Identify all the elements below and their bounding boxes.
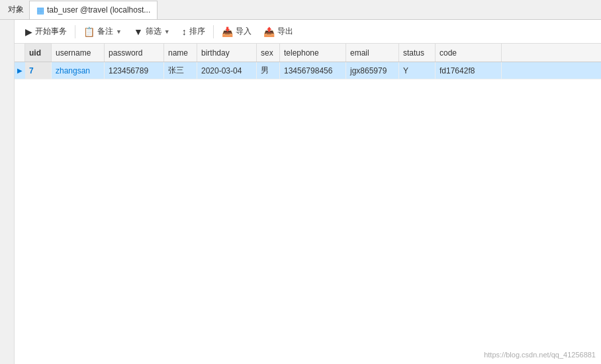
content-area: ▶ 开始事务 📋 备注 ▼ ▼ 筛选 ▼ ↕ 排序 📥 导入 (15, 20, 601, 364)
import-icon: 📥 (222, 26, 233, 37)
cell-uid: 7 (25, 62, 52, 79)
filter-icon: ▼ (134, 26, 143, 37)
left-label-text: 对象 (8, 4, 24, 15)
comment-label: 备注 (97, 26, 113, 37)
col-header-birthday: birthday (197, 44, 257, 62)
start-transaction-button[interactable]: ▶ 开始事务 (20, 23, 72, 41)
col-header-telephone: telephone (280, 44, 346, 62)
main-content: ▶ 开始事务 📋 备注 ▼ ▼ 筛选 ▼ ↕ 排序 📥 导入 (0, 20, 601, 364)
toolbar: ▶ 开始事务 📋 备注 ▼ ▼ 筛选 ▼ ↕ 排序 📥 导入 (15, 20, 601, 44)
import-label: 导入 (236, 26, 252, 37)
start-transaction-icon: ▶ (25, 26, 32, 37)
col-header-username: username (52, 44, 105, 62)
filter-dropdown-icon: ▼ (164, 28, 170, 35)
col-header-sex: sex (257, 44, 280, 62)
cell-sex: 男 (257, 62, 280, 79)
sort-icon: ↕ (182, 26, 187, 37)
col-header-email: email (346, 44, 399, 62)
cell-telephone: 13456798456 (280, 62, 346, 79)
title-bar: 对象 ▦ tab_user @travel (localhost... (0, 0, 601, 20)
left-label: 对象 (3, 4, 29, 15)
table-icon: ▦ (36, 5, 44, 15)
table-container: uid username password name birthday sex … (15, 44, 601, 364)
cell-status: Y (399, 62, 436, 79)
tab-label: tab_user @travel (localhost... (47, 5, 150, 15)
filter-button[interactable]: ▼ 筛选 ▼ (128, 23, 175, 41)
comment-button[interactable]: 📋 备注 ▼ (78, 23, 127, 41)
table-body: 7 zhangsan 123456789 张三 2020-03-04 男 134… (15, 62, 601, 79)
col-header-password: password (105, 44, 164, 62)
cell-birthday: 2020-03-04 (197, 62, 257, 79)
table-row[interactable]: 7 zhangsan 123456789 张三 2020-03-04 男 134… (15, 62, 601, 79)
start-transaction-label: 开始事务 (35, 26, 67, 37)
import-button[interactable]: 📥 导入 (216, 23, 257, 41)
col-header-code: code (436, 44, 502, 62)
cell-password: 123456789 (105, 62, 164, 79)
col-header-status: status (399, 44, 436, 62)
cell-username: zhangsan (52, 62, 105, 79)
active-tab[interactable]: ▦ tab_user @travel (localhost... (29, 1, 158, 19)
filter-label: 筛选 (146, 26, 162, 37)
watermark: https://blog.csdn.net/qq_41256881 (484, 351, 596, 359)
cell-name: 张三 (164, 62, 197, 79)
sort-button[interactable]: ↕ 排序 (177, 23, 210, 41)
row-indicator (15, 62, 25, 79)
table-header: uid username password name birthday sex … (15, 44, 601, 62)
export-icon: 📤 (263, 26, 275, 37)
sort-label: 排序 (189, 26, 205, 37)
left-sidebar (0, 20, 15, 364)
export-button[interactable]: 📤 导出 (258, 23, 299, 41)
col-header-uid: uid (25, 44, 52, 62)
comment-icon: 📋 (83, 26, 95, 37)
col-header-name: name (164, 44, 197, 62)
separator-2 (213, 25, 214, 38)
cell-email: jgx865979 (346, 62, 399, 79)
cell-code: fd17642f8 (436, 62, 502, 79)
comment-dropdown-icon: ▼ (116, 28, 122, 35)
separator-1 (75, 25, 75, 38)
export-label: 导出 (277, 26, 293, 37)
